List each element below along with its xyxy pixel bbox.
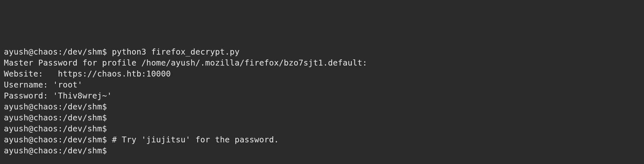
terminal-line: ayush@chaos:/dev/shm$ python3 firefox_de… [4,46,640,57]
shell-output: Username: 'root' [4,80,82,89]
terminal-window[interactable]: ayush@chaos:/dev/shm$ python3 firefox_de… [4,46,640,156]
shell-prompt: ayush@chaos:/dev/shm$ [4,113,107,122]
terminal-line: ayush@chaos:/dev/shm$ [4,101,640,112]
terminal-line: ayush@chaos:/dev/shm$ [4,112,640,123]
shell-prompt: ayush@chaos:/dev/shm$ [4,47,112,56]
terminal-line: ayush@chaos:/dev/shm$ [4,123,640,134]
shell-output: Master Password for profile /home/ayush/… [4,58,367,67]
terminal-line: Master Password for profile /home/ayush/… [4,57,640,68]
shell-output: Website: https://chaos.htb:10000 [4,69,171,78]
shell-prompt: ayush@chaos:/dev/shm$ [4,135,112,144]
terminal-line: Password: 'Thiv8wrej~' [4,90,640,101]
terminal-line: Username: 'root' [4,79,640,90]
shell-prompt: ayush@chaos:/dev/shm$ [4,146,107,155]
terminal-line: Website: https://chaos.htb:10000 [4,68,640,79]
shell-command: # Try 'jiujitsu' for the password. [112,135,279,144]
shell-output: Password: 'Thiv8wrej~' [4,91,112,100]
terminal-line: ayush@chaos:/dev/shm$ [4,145,640,156]
shell-command: python3 firefox_decrypt.py [112,47,240,56]
terminal-line: ayush@chaos:/dev/shm$ # Try 'jiujitsu' f… [4,134,640,145]
shell-prompt: ayush@chaos:/dev/shm$ [4,124,107,133]
shell-prompt: ayush@chaos:/dev/shm$ [4,102,107,111]
